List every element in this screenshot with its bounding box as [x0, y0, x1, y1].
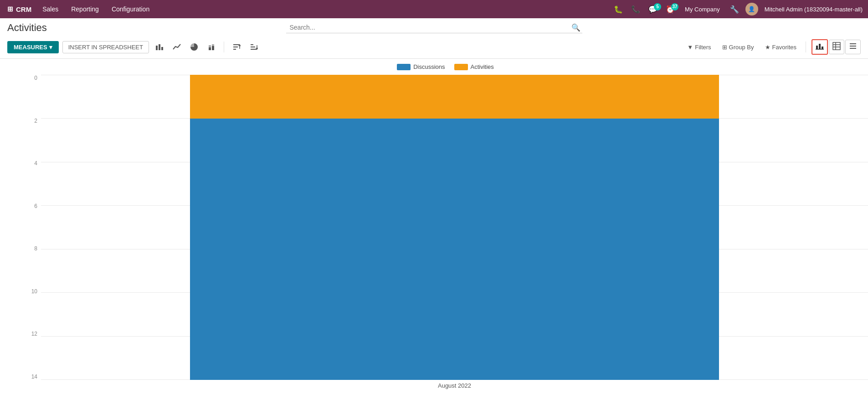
- activity-badge: 37: [671, 3, 678, 10]
- svg-rect-15: [816, 46, 818, 49]
- y-axis-label-8: 8: [23, 245, 41, 252]
- company-name[interactable]: My Company: [681, 6, 724, 13]
- y-axis-label-14: 14: [23, 374, 41, 380]
- app-grid-icon[interactable]: ⊞: [7, 5, 13, 13]
- svg-rect-3: [209, 47, 211, 50]
- filter-group: ▼ Filters ⊞ Group By ★ Favorites: [683, 42, 800, 52]
- legend-discussions-label: Discussions: [413, 63, 445, 70]
- x-axis-label: August 2022: [41, 382, 868, 389]
- bar-segment-activities: [190, 75, 719, 119]
- svg-rect-17: [822, 47, 823, 49]
- chart-wrapper: 14 12 10 8 6 4 2 0: [23, 75, 868, 389]
- legend-activities-color: [454, 64, 468, 70]
- list-view-icon: [849, 42, 857, 50]
- search-icon[interactable]: 🔍: [570, 23, 582, 32]
- chart-body: August 2022: [41, 75, 868, 389]
- settings-icon[interactable]: 🔧: [728, 5, 741, 14]
- nav-sales[interactable]: Sales: [37, 0, 64, 18]
- debug-icon[interactable]: 🐛: [612, 5, 625, 14]
- filter-icon: ▼: [687, 44, 693, 51]
- y-axis: 14 12 10 8 6 4 2 0: [23, 75, 41, 389]
- voip-icon[interactable]: 📞: [629, 5, 642, 14]
- group-by-button[interactable]: ⊞ Group By: [719, 42, 758, 52]
- discuss-badge: 5: [654, 3, 661, 10]
- svg-rect-19: [833, 42, 840, 50]
- group-by-icon: ⊞: [722, 44, 727, 51]
- view-toggle: [812, 39, 861, 55]
- bar-group-august: [190, 75, 719, 380]
- stacked-bar-icon: [207, 43, 216, 51]
- bar-segment-discussions: [190, 119, 719, 380]
- app-name[interactable]: CRM: [16, 5, 31, 13]
- bar-chart-icon-btn[interactable]: [153, 41, 166, 53]
- y-axis-label-0: 0: [23, 75, 41, 81]
- nav-reporting[interactable]: Reporting: [66, 0, 104, 18]
- table-view-button[interactable]: [829, 40, 844, 54]
- measures-dropdown-icon: ▾: [49, 44, 52, 51]
- search-input[interactable]: [286, 22, 570, 33]
- insert-spreadsheet-button[interactable]: INSERT IN SPREADSHEET: [62, 41, 149, 53]
- discuss-icon[interactable]: 💬 5: [647, 5, 659, 14]
- app-logo[interactable]: ⊞ CRM: [4, 5, 35, 13]
- svg-rect-2: [161, 47, 163, 50]
- legend-activities-label: Activities: [471, 63, 494, 70]
- chart-view-icon: [816, 42, 824, 50]
- bars-area: [41, 75, 868, 380]
- top-navigation: ⊞ CRM Sales Reporting Configuration 🐛 📞 …: [0, 0, 868, 18]
- line-chart-icon-btn[interactable]: [170, 41, 184, 53]
- svg-rect-16: [819, 44, 821, 49]
- user-avatar[interactable]: 👤: [745, 3, 758, 16]
- legend-activities: Activities: [454, 63, 494, 70]
- activity-icon[interactable]: ⏰ 37: [664, 5, 677, 14]
- legend-discussions-color: [397, 64, 411, 70]
- chart-container: Discussions Activities 14 12 10 8 6 4 2 …: [0, 59, 868, 410]
- sort-desc-icon: [250, 43, 258, 51]
- pie-chart-icon: [190, 43, 198, 51]
- y-axis-label-12: 12: [23, 331, 41, 337]
- table-view-icon: [832, 42, 841, 50]
- line-chart-icon: [173, 43, 181, 51]
- svg-rect-5: [212, 46, 214, 50]
- svg-rect-6: [212, 44, 214, 46]
- y-axis-label-2: 2: [23, 118, 41, 124]
- svg-rect-4: [209, 45, 211, 47]
- sort-asc-icon: [232, 43, 241, 51]
- action-toolbar: MEASURES ▾ INSERT IN SPREADSHEET ▼ Filte…: [0, 36, 868, 59]
- chart-legend: Discussions Activities: [23, 63, 868, 70]
- list-view-button[interactable]: [845, 40, 861, 54]
- favorites-icon: ★: [765, 44, 770, 51]
- bar-chart-icon: [155, 43, 164, 51]
- svg-rect-1: [159, 44, 160, 50]
- y-axis-label-4: 4: [23, 160, 41, 166]
- user-name: Mitchell Admin (18320094-master-all): [763, 6, 864, 13]
- pie-chart-icon-btn[interactable]: [187, 41, 201, 53]
- stacked-bar-icon-btn[interactable]: [205, 41, 218, 53]
- y-axis-label-10: 10: [23, 288, 41, 295]
- chart-view-button[interactable]: [812, 39, 828, 55]
- filters-button[interactable]: ▼ Filters: [683, 42, 714, 52]
- y-axis-label-6: 6: [23, 203, 41, 209]
- sort-asc-icon-btn[interactable]: [230, 41, 243, 53]
- svg-rect-0: [156, 46, 158, 50]
- measures-button[interactable]: MEASURES ▾: [7, 41, 59, 53]
- favorites-button[interactable]: ★ Favorites: [761, 42, 800, 52]
- nav-configuration[interactable]: Configuration: [106, 0, 155, 18]
- sort-desc-icon-btn[interactable]: [247, 41, 261, 53]
- legend-discussions: Discussions: [397, 63, 445, 70]
